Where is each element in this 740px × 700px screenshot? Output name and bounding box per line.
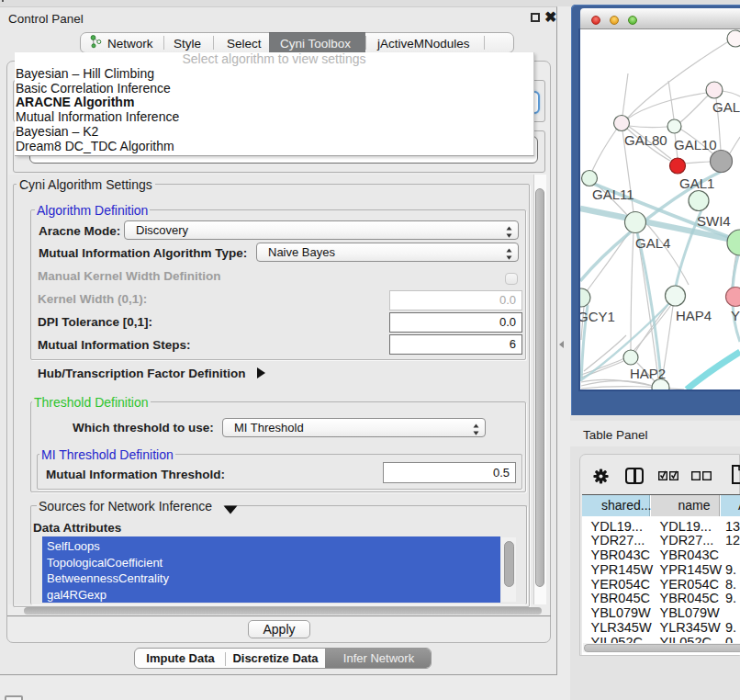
svg-text:SWI4: SWI4 (697, 213, 731, 229)
svg-text:GAL1: GAL1 (679, 175, 714, 191)
svg-text:GAL7: GAL7 (712, 99, 740, 115)
svg-text:GAL80: GAL80 (624, 132, 667, 148)
svg-text:HAP4: HAP4 (676, 308, 712, 323)
svg-text:GAL4: GAL4 (635, 235, 670, 251)
svg-text:GCY1: GCY1 (580, 309, 615, 324)
svg-text:HAP2: HAP2 (630, 366, 666, 381)
svg-text:GAL11: GAL11 (592, 186, 634, 202)
svg-text:GAL10: GAL10 (674, 137, 717, 152)
svg-text:Y: Y (731, 308, 740, 323)
